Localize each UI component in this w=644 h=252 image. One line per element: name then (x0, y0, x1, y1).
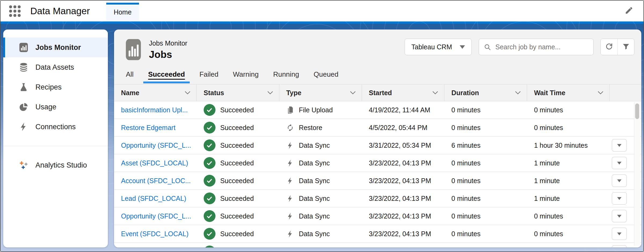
type-text: Restore (299, 124, 323, 132)
cell-type: Data Sync (279, 225, 362, 242)
cell-wait-time: 0 minutes (527, 119, 610, 136)
cell-started: 4/19/2022, 11:44 AM (362, 101, 445, 118)
sidebar-item-usage[interactable]: Usage (3, 97, 108, 117)
column-label: Name (121, 89, 139, 97)
column-header-status[interactable]: Status (197, 84, 279, 101)
data-assets-icon (19, 62, 28, 72)
success-check-icon (204, 104, 215, 116)
edit-pencil-icon[interactable] (625, 6, 633, 16)
column-header-type[interactable]: Type (279, 84, 362, 101)
status-text: Succeeded (220, 212, 254, 220)
page-title: Jobs (149, 49, 187, 60)
success-check-icon (204, 228, 215, 240)
cell-wait-time: 0 minutes (527, 225, 610, 242)
job-name-link[interactable]: Restore Edgemart (121, 124, 175, 132)
app-selector-dropdown[interactable]: Tableau CRM (405, 39, 472, 55)
status-text: Succeeded (220, 124, 254, 132)
row-actions-dropdown-button[interactable] (612, 175, 627, 187)
row-actions-dropdown-button[interactable] (612, 228, 627, 240)
table-row: Account (SFDC_LOC... Succeeded Data Sync… (114, 172, 641, 190)
column-header-name[interactable]: Name (114, 84, 197, 101)
sidebar-item-label: Jobs Monitor (35, 43, 81, 52)
data-sync-icon (286, 195, 294, 202)
cell-status: Succeeded (197, 119, 279, 136)
vertical-scrollbar[interactable] (634, 102, 640, 246)
sidebar-item-jobs-monitor[interactable]: Jobs Monitor (3, 38, 108, 57)
job-name-link[interactable]: Asset (SFDC_LOCAL) (121, 159, 188, 167)
job-name-link[interactable]: Account (SFDC_LOC... (121, 177, 191, 185)
sidebar-items: Jobs Monitor Data Assets Recipes Usage C… (3, 29, 108, 137)
type-text: File Upload (299, 106, 333, 114)
column-header-started[interactable]: Started (362, 84, 445, 101)
job-name-link[interactable]: Event (SFDC_LOCAL) (121, 230, 188, 238)
active-tab-indicator (106, 3, 139, 5)
job-name-link[interactable]: Lead (SFDC_LOCAL) (121, 195, 186, 202)
sidebar-item-label: Recipes (35, 83, 62, 91)
status-text: Succeeded (220, 195, 254, 202)
search-box (479, 39, 594, 55)
cell-wait-time: 1 minute (527, 154, 610, 172)
scrollbar-thumb[interactable] (635, 103, 639, 119)
row-actions-dropdown-button[interactable] (612, 245, 627, 247)
cell-duration: 0 minutes (444, 225, 527, 242)
tab-failed[interactable]: Failed (198, 66, 219, 82)
chevron-down-icon[interactable] (185, 91, 191, 95)
row-actions-dropdown-button[interactable] (612, 210, 627, 222)
app-launcher-waffle-icon[interactable] (9, 5, 21, 17)
type-text: Data Sync (299, 142, 330, 149)
sidebar-item-connections[interactable]: Connections (3, 117, 108, 137)
tab-succeeded[interactable]: Succeeded (147, 66, 186, 82)
data-sync-icon (286, 230, 294, 238)
column-header-duration[interactable]: Duration (444, 84, 527, 101)
triangle-down-icon (460, 45, 465, 49)
chevron-down-icon[interactable] (515, 91, 521, 95)
global-header: Data Manager Home (1, 1, 643, 21)
triangle-down-icon (617, 144, 621, 147)
chevron-down-icon[interactable] (598, 91, 603, 95)
triangle-down-icon (617, 232, 621, 235)
column-label: Status (204, 89, 224, 97)
cell-type: Data Sync (279, 137, 362, 154)
cell-duration (444, 243, 527, 247)
tab-home[interactable]: Home (106, 3, 139, 21)
sidebar-item-data-assets[interactable]: Data Assets (3, 57, 108, 77)
cell-type: Data Sync (279, 154, 362, 172)
row-actions-dropdown-button[interactable] (612, 139, 627, 151)
app-selector-label: Tableau CRM (411, 43, 452, 51)
row-actions-dropdown-button[interactable] (612, 157, 627, 169)
job-name-link[interactable]: Opportunity (SFDC_L... (121, 212, 191, 220)
triangle-down-icon (617, 215, 621, 218)
cell-type: Data Sync (279, 207, 362, 225)
chevron-down-icon[interactable] (267, 91, 273, 95)
cell-name (114, 243, 197, 247)
sidebar-footer-items: Analytics Studio (3, 146, 108, 175)
cell-type: File Upload (279, 101, 362, 118)
success-check-icon (204, 210, 215, 222)
job-name-link[interactable]: basicInformation Upl... (121, 106, 188, 114)
column-label: Type (286, 89, 302, 97)
triangle-down-icon (617, 197, 621, 200)
sidebar-item-recipes[interactable]: Recipes (3, 77, 108, 97)
sidebar-item-analytics-studio[interactable]: Analytics Studio (3, 155, 108, 175)
status-tabs: AllSucceededFailedWarningRunningQueued (114, 64, 641, 84)
job-search-input[interactable] (495, 43, 588, 51)
tab-all[interactable]: All (125, 66, 135, 82)
status-text: Succeeded (220, 230, 254, 238)
chevron-down-icon[interactable] (432, 91, 438, 95)
filter-button[interactable] (617, 39, 634, 55)
table-row: Succeeded (114, 243, 641, 247)
cell-type: Data Sync (279, 172, 362, 189)
success-check-icon (204, 139, 215, 151)
table-row: Event (SFDC_LOCAL) Succeeded Data Sync 3… (114, 225, 641, 243)
data-sync-icon (286, 159, 294, 167)
tab-running[interactable]: Running (272, 66, 300, 82)
job-name-link[interactable]: Opportunity (SFDC_L... (121, 142, 191, 149)
column-header-wait-time[interactable]: Wait Time (527, 84, 610, 101)
toolbar-button-group (601, 39, 634, 55)
chevron-down-icon[interactable] (350, 91, 356, 95)
cell-duration: 0 minutes (444, 101, 527, 118)
tab-warning[interactable]: Warning (232, 66, 260, 82)
row-actions-dropdown-button[interactable] (612, 192, 627, 205)
tab-queued[interactable]: Queued (313, 66, 340, 82)
refresh-button[interactable] (601, 39, 617, 55)
